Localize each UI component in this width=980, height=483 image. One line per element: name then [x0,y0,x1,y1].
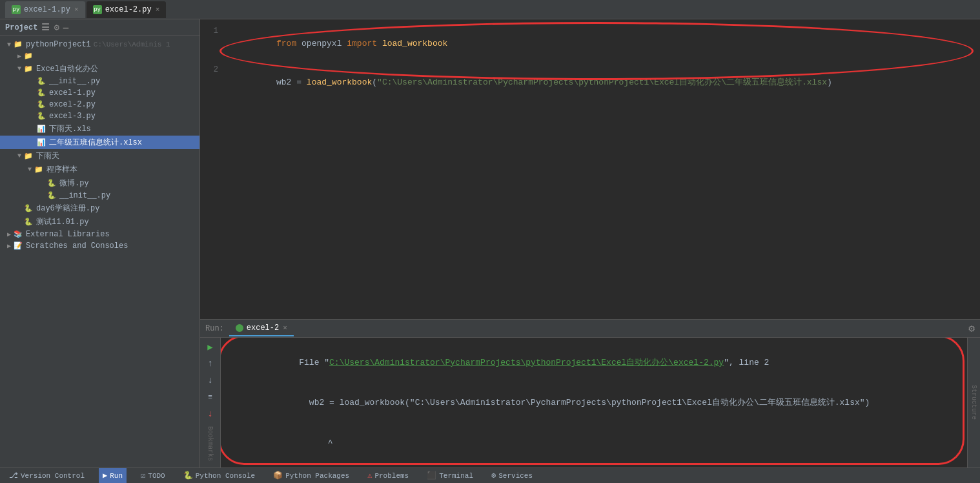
tree-init1-label: __init__.py [49,77,100,86]
sidebar-settings-icon[interactable]: ⚙ [54,22,59,33]
status-version-control-label: Version Control [21,472,85,480]
status-python-console-label: Python Console [196,472,255,480]
tree-samples-arrow: ▼ [26,166,34,173]
folder-excel-auto-icon: 📁 [23,65,34,74]
tab-excel1-label: excel-1.py [24,5,70,14]
tree-test11[interactable]: 🐍 测试11.01.py [0,215,199,229]
tree-scratches-arrow: ▶ [5,242,13,250]
status-python-packages-label: Python Packages [285,472,349,480]
project-tree: ▼ 📁 pythonProject1 C:\Users\Adminis 1 ▶ … [0,36,199,254]
xls-rain-icon: 📊 [36,125,46,134]
tab-excel1-icon: py [12,5,21,14]
run-tab-excel2[interactable]: excel-2 × [229,321,294,336]
run-settings-icon[interactable]: ⚙ [968,322,975,335]
folder-samples-icon: 📁 [34,165,44,174]
tree-day6[interactable]: 🐍 day6学籍注册.py [0,201,199,215]
tree-extlibs-arrow: ▶ [5,231,13,238]
tree-excel1-file[interactable]: 🐍 excel-1.py [0,87,199,99]
editor-area: 1 from openpyxl import load_workbook 2 w… [200,19,980,468]
tree-root[interactable]: ▼ 📁 pythonProject1 C:\Users\Adminis 1 [0,39,199,50]
python-console-icon: 🐍 [183,471,193,480]
line-content-2: wb2 = load_workbook("C:\Users\Administra… [226,63,980,102]
tree-stats-xlsx[interactable]: 📊 二年级五班信息统计.xlsx [0,136,199,149]
line-num-1: 1 [200,25,226,37]
run-tab-close[interactable]: × [283,324,287,332]
tree-excel-auto[interactable]: ▼ 📁 Excel自动化办公 [0,62,199,76]
tree-excel-auto-label: Excel自动化办公 [36,63,98,74]
py-init2-icon: 🐍 [46,191,57,200]
output-file-line: File "C:\Users\Administrator\PycharmProj… [229,343,959,383]
structure-label: Structure [970,385,977,420]
run-wrap-btn[interactable]: ≡ [204,391,217,404]
tree-samples[interactable]: ▼ 📁 程序样本 [0,163,199,176]
tree-rain-folder[interactable]: ▼ 📁 下雨天 [0,149,199,163]
tree-scratches-label: Scratches and Consoles [26,242,128,251]
tree-rain-folder-arrow: ▼ [15,152,23,159]
run-scroll-up-btn[interactable]: ↑ [204,357,217,370]
tree-excel-auto-arrow: ▼ [15,65,23,72]
todo-icon: ☑ [141,471,145,480]
tree-init2[interactable]: 🐍 __init__.py [0,190,199,201]
code-line-2: 2 wb2 = load_workbook("C:\Users\Administ… [200,63,980,102]
status-python-console[interactable]: 🐍 Python Console [179,468,259,483]
problems-icon: ⚠ [367,471,372,480]
tab-excel2-icon: py [93,5,102,14]
tree-unnamed-arrow: ▶ [15,52,23,60]
tree-rain-xls-label: 下雨天.xls [49,123,91,134]
status-services-label: Services [498,472,533,480]
sidebar-collapse-icon[interactable]: — [63,23,68,33]
tree-excel3-file[interactable]: 🐍 excel-3.py [0,110,199,122]
run-play-btn[interactable]: ▶ [204,340,217,353]
tree-test11-label: 测试11.01.py [36,216,89,227]
folder-icon: 📁 [13,40,23,49]
run-stop-btn[interactable]: ↓ [204,407,217,420]
py-weibo-icon: 🐍 [46,179,57,188]
tree-scratches[interactable]: ▶ 📝 Scratches and Consoles [0,240,199,252]
line-content-1: from openpyxl import load_workbook [226,25,980,63]
tab-excel2-close[interactable]: × [156,6,160,14]
tree-weibo[interactable]: 🐍 微博.py [0,176,199,190]
run-panel: Run: excel-2 × ⚙ ▶ ↑ ↓ ≡ ↓ Bookmarks [200,319,980,468]
run-scroll-down-btn[interactable]: ↓ [204,374,217,387]
top-bar: py excel-1.py × py excel-2.py × [0,0,980,19]
status-todo-label: TODO [148,472,165,480]
run-bookmark-icon: Bookmarks [204,437,217,450]
tree-excel3-file-label: excel-3.py [49,112,96,121]
status-problems[interactable]: ⚠ Problems [363,468,413,483]
status-terminal-label: Terminal [439,472,473,480]
run-icon: ▶ [103,471,107,480]
folder-unnamed-icon: 📁 [23,52,34,61]
tree-extlibs[interactable]: ▶ 📚 External Libraries [0,229,199,240]
sidebar-menu-icon[interactable]: ☰ [41,22,50,33]
sidebar-header: Project ☰ ⚙ — [0,19,199,36]
tab-excel1[interactable]: py excel-1.py × [5,1,85,18]
status-services[interactable]: ⚙ Services [487,468,536,483]
status-run-label: Run [110,472,123,480]
packages-icon: 📦 [273,471,283,480]
tree-init1[interactable]: 🐍 __init__.py [0,76,199,87]
tab-excel1-close[interactable]: × [74,6,79,14]
status-version-control[interactable]: ⎇ Version Control [5,468,88,483]
git-icon: ⎇ [9,471,18,480]
run-output[interactable]: File "C:\Users\Administrator\PycharmProj… [221,338,967,468]
tab-excel2[interactable]: py excel-2.py × [87,1,167,18]
tree-excel2-file[interactable]: 🐍 excel-2.py [0,99,199,110]
tree-excel2-file-label: excel-2.py [49,100,96,109]
tree-root-label: pythonProject1 [26,40,91,49]
code-editor[interactable]: 1 from openpyxl import load_workbook 2 w… [200,19,980,319]
run-tab-icon [236,324,243,332]
tree-rain-xls[interactable]: 📊 下雨天.xls [0,122,199,136]
status-todo[interactable]: ☑ TODO [137,468,169,483]
status-problems-label: Problems [374,472,409,480]
tree-stats-xlsx-label: 二年级五班信息统计.xlsx [49,137,142,148]
tree-unnamed[interactable]: ▶ 📁 [0,50,199,62]
main-area: Project ☰ ⚙ — ▼ 📁 pythonProject1 C:\User… [0,19,980,468]
run-tabs: Run: excel-2 × ⚙ [200,320,980,338]
output-file-link[interactable]: C:\Users\Administrator\PycharmProjects\p… [329,358,724,367]
status-terminal[interactable]: ⬛ Terminal [423,468,477,483]
status-run[interactable]: ▶ Run [99,468,127,483]
status-python-packages[interactable]: 📦 Python Packages [269,468,353,483]
extlibs-icon: 📚 [13,230,23,239]
run-content: ▶ ↑ ↓ ≡ ↓ Bookmarks File "C:\Users\Admin… [200,338,980,468]
output-blank1 [229,464,959,468]
